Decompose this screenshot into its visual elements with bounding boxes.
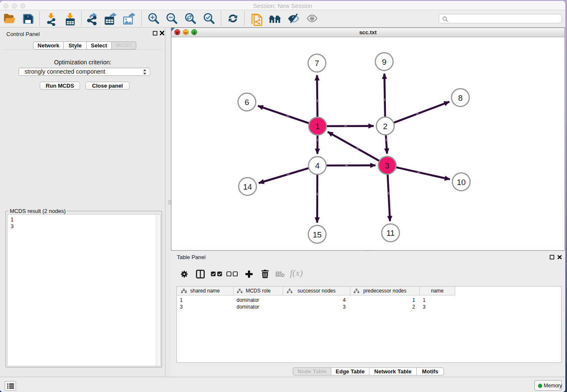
svg-text:10: 10 — [457, 178, 465, 187]
svg-text:8: 8 — [458, 94, 463, 102]
svg-text:1: 1 — [315, 122, 320, 131]
svg-text:4: 4 — [315, 161, 320, 170]
svg-text:11: 11 — [386, 229, 395, 237]
svg-text:14: 14 — [243, 182, 252, 191]
svg-text:7: 7 — [315, 59, 319, 68]
svg-text:2: 2 — [383, 122, 388, 131]
svg-text:15: 15 — [313, 230, 322, 239]
svg-text:9: 9 — [382, 58, 387, 66]
svg-text:3: 3 — [385, 161, 390, 170]
svg-text:6: 6 — [245, 98, 249, 107]
